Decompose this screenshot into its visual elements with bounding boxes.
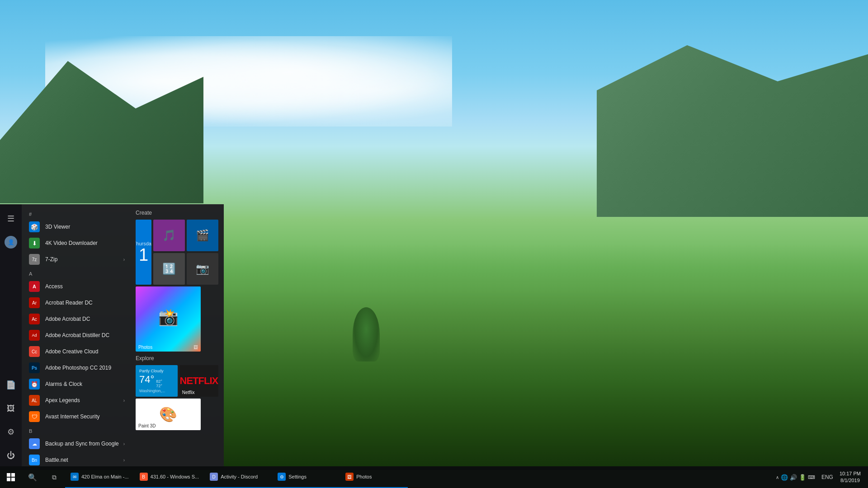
start-menu: ☰ 👤 📄 🖼 ⚙ ⏻ # 🎲 3D Viewer ⬇ 4K Video Dow… [0,204,224,466]
app-acrobat-reader[interactable]: Ar Acrobat Reader DC [22,295,130,311]
clock-time: 10:17 PM [840,470,861,477]
system-tray: ∧ 🌐 🔊 🔋 ⌨ ENG 10:17 PM 8/1/2019 [772,470,868,484]
app-adobe-cc[interactable]: Cc Adobe Creative Cloud [22,343,130,360]
brave-taskbar-icon: B [140,473,148,481]
brave-taskbar-label: 431.60 - Windows S... [151,474,199,479]
app-adobe-ps[interactable]: Ps Adobe Photoshop CC 2019 [22,360,130,376]
app-3d-viewer[interactable]: 🎲 3D Viewer [22,219,130,235]
tiles-row-2: 📸 Photos 🖼 [136,286,218,352]
acrobat-reader-icon: Ar [29,297,40,308]
windows-logo [7,473,15,481]
taskbar-app-outlook[interactable]: ✉ 420 Elma on Main -... [65,466,134,488]
taskbar-app-brave[interactable]: B 431.60 - Windows S... [134,466,205,488]
outlook-taskbar-label: 420 Elma on Main -... [81,474,129,479]
app-alarms-label: Alarms & Clock [45,381,82,387]
outlook-taskbar-icon: ✉ [71,473,79,481]
weather-location: Washington,... [139,389,165,393]
section-b: B [22,425,130,436]
nav-settings-button[interactable]: ⚙ [0,421,22,443]
taskbar-app-discord[interactable]: D Activity - Discord [204,466,272,488]
tray-network-icon[interactable]: 🌐 [781,474,788,481]
apex-expand-arrow: › [123,398,125,403]
app-access[interactable]: A Access [22,278,130,295]
app-adobe-acrobat-label: Adobe Acrobat DC [45,316,90,322]
taskbar: 🔍 ⧉ ✉ 420 Elma on Main -... B 431.60 - W… [0,466,868,488]
nav-power-button[interactable]: ⏻ [0,445,22,466]
tile-paint3d[interactable]: 🎨 Paint 3D [136,399,201,430]
tile-photos[interactable]: 📸 Photos 🖼 [136,286,201,352]
search-button[interactable]: 🔍 [22,466,43,488]
battle-net-icon: Bn [29,455,40,465]
hamburger-menu-button[interactable]: ☰ [0,208,22,230]
taskbar-app-photos[interactable]: 🖼 Photos [340,466,408,488]
tiles-row-paint: 🎨 Paint 3D [136,399,218,430]
backup-sync-expand-arrow: › [123,441,125,446]
app-battle-net[interactable]: Bn Battle.net › [22,452,130,466]
taskview-icon: ⧉ [52,474,57,481]
tile-weather[interactable]: Partly Cloudy 74° 82° 72° Washington,... [136,365,178,397]
section-a: A [22,267,130,278]
discord-taskbar-icon: D [210,473,218,481]
weather-low: 72° [156,384,162,388]
apex-icon: AL [29,395,40,406]
tile-paint3d-label: Paint 3D [138,423,156,428]
start-tiles: Create Thursday 1 🎵 🎬 🔢 📷 [130,204,224,466]
adobe-ps-icon: Ps [29,362,40,373]
tile-camera[interactable]: 📷 [187,253,218,285]
nav-pictures-button[interactable]: 🖼 [0,398,22,419]
app-7zip[interactable]: 7z 7-Zip › [22,251,130,267]
weather-condition: Partly Cloudy [139,369,164,373]
netflix-logo: NETFLIX [180,375,218,387]
tiles-explore-label: Explore [136,355,218,361]
app-4k-downloader-label: 4K Video Downloader [45,240,98,246]
weather-temp: 74° [139,374,154,385]
tile-calculator[interactable]: 🔢 [153,253,185,285]
tile-calendar[interactable]: Thursday 1 [136,220,151,285]
app-3d-viewer-label: 3D Viewer [45,224,70,230]
section-hash: # [22,208,130,219]
tile-groove[interactable]: 🎵 [153,220,185,251]
tray-keyboard-icon[interactable]: ⌨ [808,474,815,480]
app-7zip-label: 7-Zip [45,256,57,263]
settings-taskbar-label: Settings [288,474,307,479]
nav-documents-button[interactable]: 📄 [0,374,22,396]
access-icon: A [29,281,40,292]
app-apex[interactable]: AL Apex Legends › [22,392,130,408]
alarms-icon: ⏰ [29,379,40,389]
3d-viewer-icon: 🎲 [29,221,40,232]
system-clock[interactable]: 10:17 PM 8/1/2019 [836,470,864,484]
paint3d-icon: 🎨 [159,406,177,423]
tiles-row-bottom: 🔢 📷 [153,253,218,285]
start-button[interactable] [0,466,22,488]
app-alarms[interactable]: ⏰ Alarms & Clock [22,376,130,392]
tray-volume-icon[interactable]: 🔊 [790,474,797,481]
app-avast[interactable]: 🛡 Avast Internet Security [22,408,130,425]
user-avatar-button[interactable]: 👤 [0,231,22,253]
app-adobe-distiller[interactable]: Ad Adobe Acrobat Distiller DC [22,327,130,343]
app-adobe-ps-label: Adobe Photoshop CC 2019 [45,365,111,371]
avast-icon: 🛡 [29,411,40,422]
language-indicator[interactable]: ENG [820,474,835,480]
taskbar-app-settings[interactable]: ⚙ Settings [272,466,340,488]
tile-netflix[interactable]: NETFLIX Netflix [179,365,218,397]
tray-battery-icon[interactable]: 🔋 [799,474,806,481]
avatar-circle: 👤 [5,236,17,249]
app-backup-sync-label: Backup and Sync from Google [45,441,119,447]
7zip-icon: 7z [29,254,40,265]
battle-net-expand-arrow: › [123,458,125,463]
backup-sync-icon: ☁ [29,438,40,449]
photos-taskbar-icon: 🖼 [345,473,354,481]
app-4k-downloader[interactable]: ⬇ 4K Video Downloader [22,235,130,251]
taskview-button[interactable]: ⧉ [43,466,65,488]
tiles-col-right: 🎵 🎬 🔢 📷 [153,220,218,285]
app-access-label: Access [45,283,63,290]
app-backup-sync[interactable]: ☁ Backup and Sync from Google › [22,436,130,452]
settings-taskbar-icon: ⚙ [278,473,286,481]
tray-chevron-icon[interactable]: ∧ [776,475,779,480]
photos-taskbar-label: Photos [356,474,372,479]
calendar-num: 1 [139,246,148,263]
adobe-cc-icon: Cc [29,346,40,357]
app-adobe-acrobat[interactable]: Ac Adobe Acrobat DC [22,311,130,327]
tiles-row-1: Thursday 1 🎵 🎬 🔢 📷 [136,220,218,285]
tile-video[interactable]: 🎬 [187,220,218,251]
